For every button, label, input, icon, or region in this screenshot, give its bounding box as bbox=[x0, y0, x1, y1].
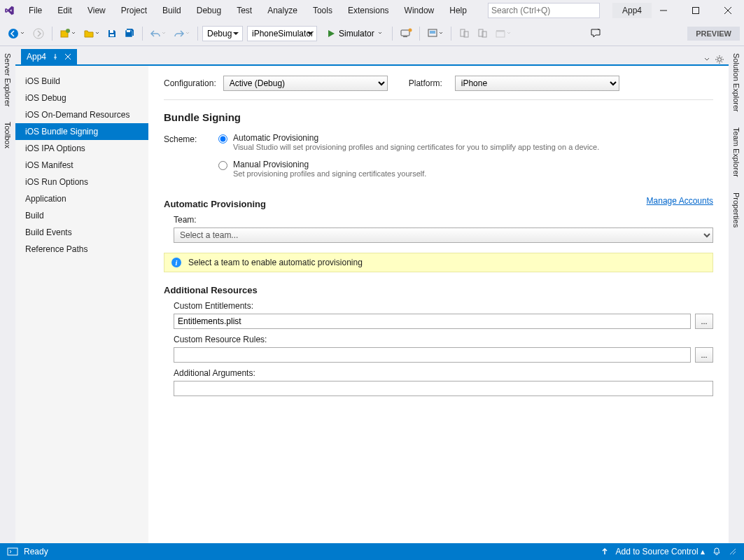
nav-item-ios-manifest[interactable]: iOS Manifest bbox=[15, 157, 148, 174]
configuration-select[interactable]: Active (Debug) bbox=[223, 76, 388, 91]
scheme-manual-option[interactable]: Manual Provisioning Set provisioning pro… bbox=[218, 160, 713, 178]
menu-view[interactable]: View bbox=[80, 3, 113, 18]
start-button[interactable]: Simulator bbox=[323, 26, 388, 41]
entitlements-label: Custom Entitlements: bbox=[174, 301, 253, 311]
platform-select[interactable]: iPhone bbox=[455, 76, 619, 91]
menu-analyze[interactable]: Analyze bbox=[260, 3, 304, 18]
nav-item-application[interactable]: Application bbox=[15, 190, 148, 207]
document-tab-app4[interactable]: App4 bbox=[21, 49, 77, 64]
nav-back-button[interactable] bbox=[4, 25, 28, 42]
side-tab-toolbox[interactable]: Toolbox bbox=[2, 119, 13, 151]
output-icon[interactable] bbox=[7, 547, 18, 556]
vs-logo-icon bbox=[4, 4, 15, 18]
save-all-button[interactable] bbox=[121, 27, 138, 41]
preview-button[interactable]: PREVIEW bbox=[687, 27, 740, 41]
side-tab-server-explorer[interactable]: Server Explorer bbox=[2, 50, 13, 109]
rules-browse-button[interactable]: ... bbox=[695, 347, 713, 363]
additional-title: Additional Resources bbox=[164, 285, 713, 295]
menu-project[interactable]: Project bbox=[114, 3, 154, 18]
side-tab-properties[interactable]: Properties bbox=[731, 190, 742, 230]
menu-extensions[interactable]: Extensions bbox=[341, 3, 396, 18]
window-controls bbox=[652, 1, 740, 20]
side-tab-solution-explorer[interactable]: Solution Explorer bbox=[731, 50, 742, 115]
nav-item-ios-on-demand-resources[interactable]: iOS On-Demand Resources bbox=[15, 106, 148, 123]
device-log-button[interactable] bbox=[424, 26, 447, 41]
archive-button[interactable] bbox=[492, 26, 514, 41]
search-box[interactable] bbox=[488, 3, 600, 18]
document-tab-label: App4 bbox=[27, 52, 46, 62]
device-button-2[interactable] bbox=[474, 26, 491, 41]
nav-item-ios-debug[interactable]: iOS Debug bbox=[15, 90, 148, 106]
nav-item-ios-bundle-signing[interactable]: iOS Bundle Signing bbox=[15, 123, 148, 140]
menu-help[interactable]: Help bbox=[442, 3, 474, 18]
document-well: App4 iOS BuildiOS DebugiOS On-Demand Res… bbox=[15, 46, 729, 543]
resize-grip-icon bbox=[729, 547, 737, 556]
team-label: Team: bbox=[174, 215, 197, 225]
pair-mac-button[interactable] bbox=[397, 26, 415, 41]
menu-test[interactable]: Test bbox=[230, 3, 259, 18]
undo-button[interactable] bbox=[147, 27, 169, 41]
entitlements-input[interactable] bbox=[174, 314, 691, 329]
scheme-auto-radio[interactable] bbox=[218, 134, 227, 144]
args-input[interactable] bbox=[174, 381, 713, 396]
close-tab-icon[interactable] bbox=[64, 53, 71, 60]
menu-window[interactable]: Window bbox=[398, 3, 442, 18]
scheme-auto-option[interactable]: Automatic Provisioning Visual Studio wil… bbox=[218, 133, 713, 151]
menu-file[interactable]: File bbox=[22, 3, 49, 18]
configuration-label: Configuration: bbox=[164, 78, 216, 88]
svg-rect-23 bbox=[496, 31, 505, 37]
svg-point-7 bbox=[34, 29, 43, 38]
settings-content: Configuration: Active (Debug) Platform: … bbox=[148, 66, 729, 543]
rules-input[interactable] bbox=[174, 347, 691, 363]
svg-rect-24 bbox=[496, 30, 505, 31]
menu-tools[interactable]: Tools bbox=[306, 3, 339, 18]
nav-item-ios-run-options[interactable]: iOS Run Options bbox=[15, 174, 148, 190]
main-menu: FileEditViewProjectBuildDebugTestAnalyze… bbox=[22, 3, 474, 18]
publish-icon[interactable] bbox=[601, 547, 609, 556]
settings-nav: iOS BuildiOS DebugiOS On-Demand Resource… bbox=[15, 66, 148, 543]
gear-icon[interactable] bbox=[715, 55, 724, 64]
nav-item-ios-build[interactable]: iOS Build bbox=[15, 73, 148, 90]
nav-item-build-events[interactable]: Build Events bbox=[15, 224, 148, 241]
side-tab-team-explorer[interactable]: Team Explorer bbox=[731, 125, 742, 180]
device-button-1[interactable] bbox=[456, 26, 472, 41]
status-ready: Ready bbox=[24, 547, 48, 556]
scheme-manual-title: Manual Provisioning bbox=[233, 160, 426, 169]
svg-rect-28 bbox=[8, 548, 17, 555]
menu-edit[interactable]: Edit bbox=[50, 3, 79, 18]
svg-rect-3 bbox=[693, 8, 699, 14]
statusbar: Ready Add to Source Control ▴ bbox=[0, 543, 744, 560]
nav-forward-button[interactable] bbox=[29, 25, 48, 42]
save-button[interactable] bbox=[104, 27, 120, 41]
new-project-button[interactable] bbox=[57, 26, 79, 41]
maximize-button[interactable] bbox=[684, 1, 708, 20]
target-dropdown[interactable]: iPhoneSimulator bbox=[247, 26, 317, 41]
scheme-manual-radio[interactable] bbox=[218, 161, 227, 170]
source-control-button[interactable]: Add to Source Control ▴ bbox=[616, 547, 705, 556]
feedback-icon[interactable] bbox=[589, 27, 602, 40]
scheme-auto-desc: Visual Studio will set provisioning prof… bbox=[233, 143, 599, 151]
redo-button[interactable] bbox=[171, 27, 193, 41]
pin-icon[interactable] bbox=[52, 53, 59, 60]
nav-item-ios-ipa-options[interactable]: iOS IPA Options bbox=[15, 140, 148, 157]
auto-prov-title: Automatic Provisioning bbox=[164, 199, 266, 209]
document-body: iOS BuildiOS DebugiOS On-Demand Resource… bbox=[15, 64, 729, 543]
notifications-icon[interactable] bbox=[712, 547, 722, 556]
nav-item-reference-paths[interactable]: Reference Paths bbox=[15, 241, 148, 258]
titlebar: FileEditViewProjectBuildDebugTestAnalyze… bbox=[0, 0, 744, 21]
entitlements-browse-button[interactable]: ... bbox=[695, 314, 713, 329]
nav-item-build[interactable]: Build bbox=[15, 207, 148, 224]
svg-rect-14 bbox=[403, 36, 407, 37]
manage-accounts-link[interactable]: Manage Accounts bbox=[647, 196, 713, 206]
menu-build[interactable]: Build bbox=[155, 3, 188, 18]
tab-dropdown-icon[interactable] bbox=[703, 56, 710, 63]
scheme-label: Scheme: bbox=[164, 133, 206, 186]
close-button[interactable] bbox=[716, 1, 740, 20]
configuration-dropdown[interactable]: Debug bbox=[202, 26, 243, 41]
menu-debug[interactable]: Debug bbox=[190, 3, 228, 18]
team-select[interactable]: Select a team... bbox=[174, 227, 713, 243]
search-input[interactable] bbox=[491, 6, 596, 15]
svg-rect-11 bbox=[110, 34, 114, 36]
minimize-button[interactable] bbox=[652, 1, 675, 20]
open-file-button[interactable] bbox=[80, 26, 103, 41]
